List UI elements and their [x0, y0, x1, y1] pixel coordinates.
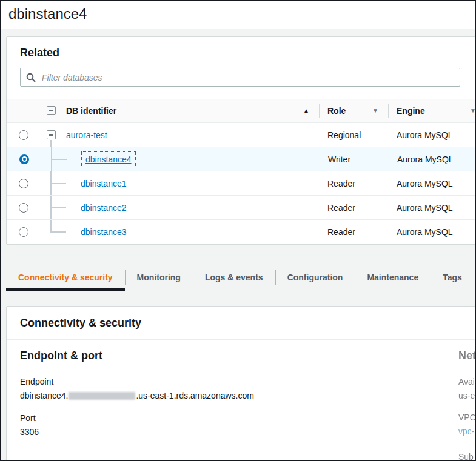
db-link-aurora-test[interactable]: aurora-test	[66, 130, 107, 140]
role-cell: Reader	[319, 196, 388, 219]
column-header-engine[interactable]: Engine ▼	[388, 99, 476, 122]
tab-configuration[interactable]: Configuration	[275, 267, 355, 290]
column-divider	[41, 105, 41, 117]
radio-dbinstance2[interactable]	[19, 203, 28, 213]
radio-aurora-test[interactable]	[19, 130, 28, 140]
redacted-text-blur	[69, 392, 135, 400]
endpoint-port-heading: Endpoint & port	[20, 350, 438, 362]
engine-filter-dropdown-icon[interactable]: ▼	[470, 107, 476, 114]
tab-monitoring[interactable]: Monitoring	[125, 267, 193, 290]
role-cell: Reader	[319, 171, 388, 195]
networking-heading-fragment: Net	[458, 350, 476, 362]
collapse-all-cell	[41, 99, 61, 122]
engine-cell: Aurora MySQL	[389, 147, 476, 171]
role-cell: Reader	[319, 220, 388, 244]
screenshot-frame: dbinstance4 Related DB identifier ▲	[0, 0, 476, 461]
db-link-dbinstance3[interactable]: dbinstance3	[81, 227, 127, 237]
role-filter-dropdown-icon[interactable]: ▼	[372, 107, 378, 114]
tab-logs-events[interactable]: Logs & events	[193, 267, 275, 290]
radio-dbinstance1[interactable]	[19, 179, 28, 188]
page-header: dbinstance4	[1, 1, 475, 29]
sort-ascending-icon[interactable]: ▲	[303, 107, 309, 114]
table-row-dbinstance2[interactable]: dbinstance2 Reader Aurora MySQL	[7, 196, 476, 220]
collapse-all-toggle-icon[interactable]	[47, 106, 56, 115]
vpc-link-fragment[interactable]: vpc-	[458, 426, 476, 436]
page-title: dbinstance4	[8, 5, 468, 23]
db-link-dbinstance4[interactable]: dbinstance4	[85, 154, 132, 164]
tree-connector	[52, 159, 67, 160]
filter-databases-input[interactable]	[41, 72, 454, 83]
role-cell: Regional	[319, 123, 388, 147]
availability-zone-value-fragment: us-e	[458, 391, 476, 400]
tree-connector	[51, 183, 66, 184]
radio-dbinstance4-selected[interactable]	[19, 154, 29, 164]
related-title: Related	[20, 47, 471, 59]
tree-connector	[50, 220, 52, 233]
networking-section-partial: Net Avail us-e VPC vpc- Sub	[452, 340, 476, 461]
table-header-row: DB identifier ▲ Role ▼ Engine ▼	[7, 99, 476, 123]
selection-column-header	[7, 99, 41, 122]
vpc-label: VPC	[458, 413, 476, 422]
collapse-row-toggle-icon[interactable]	[47, 130, 56, 139]
tree-connector	[51, 207, 66, 208]
subnet-group-label-fragment: Sub	[458, 452, 476, 461]
table-row-dbinstance1[interactable]: dbinstance1 Reader Aurora MySQL	[7, 171, 476, 196]
table-row-aurora-test[interactable]: aurora-test Regional Aurora MySQL	[7, 123, 476, 147]
endpoint-port-section: Endpoint & port Endpoint dbinstance4..us…	[7, 340, 452, 461]
tab-maintenance[interactable]: Maintenance	[355, 267, 431, 290]
port-label: Port	[20, 413, 438, 423]
db-link-dbinstance2[interactable]: dbinstance2	[81, 203, 127, 213]
availability-zone-label-fragment: Avail	[458, 377, 476, 386]
column-divider	[388, 104, 389, 118]
table-row-dbinstance3[interactable]: dbinstance3 Reader Aurora MySQL	[7, 220, 476, 244]
connectivity-security-panel: Connectivity & security Endpoint & port …	[6, 306, 476, 461]
search-icon	[26, 73, 36, 82]
filter-databases-box[interactable]	[20, 68, 460, 87]
db-link-dbinstance1[interactable]: dbinstance1	[81, 179, 127, 188]
table-row-dbinstance4[interactable]: dbinstance4 Writer Aurora MySQL	[7, 147, 476, 171]
connectivity-security-title: Connectivity & security	[20, 317, 471, 330]
tree-connector	[50, 140, 52, 147]
engine-cell: Aurora MySQL	[388, 220, 476, 244]
endpoint-value: dbinstance4..us-east-1.rds.amazonaws.com	[20, 391, 438, 401]
tree-connector	[51, 231, 66, 233]
column-divider	[319, 104, 320, 118]
tab-connectivity-security[interactable]: Connectivity & security	[6, 267, 125, 290]
engine-cell: Aurora MySQL	[388, 123, 476, 147]
related-table: DB identifier ▲ Role ▼ Engine ▼	[7, 99, 476, 244]
engine-cell: Aurora MySQL	[388, 196, 476, 219]
radio-dbinstance3[interactable]	[19, 227, 28, 237]
detail-tabs: Connectivity & security Monitoring Logs …	[6, 267, 476, 290]
endpoint-label: Endpoint	[20, 377, 438, 386]
related-panel: Related DB identifier ▲	[6, 36, 476, 245]
port-value: 3306	[20, 427, 438, 437]
column-header-db-identifier[interactable]: DB identifier ▲	[61, 99, 319, 122]
engine-cell: Aurora MySQL	[388, 171, 476, 195]
tab-tags[interactable]: Tags	[431, 267, 474, 290]
role-cell: Writer	[320, 147, 389, 171]
focus-ring: dbinstance4	[81, 151, 136, 167]
column-header-role[interactable]: Role ▼	[319, 99, 388, 122]
